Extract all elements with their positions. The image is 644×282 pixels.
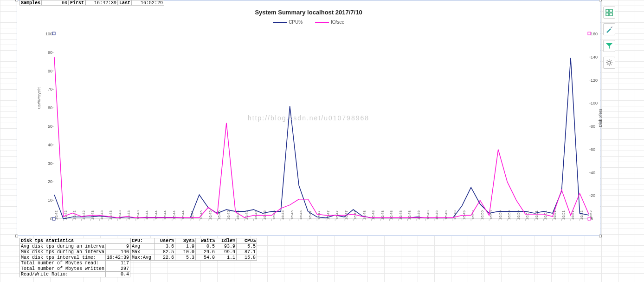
funnel-icon [605, 42, 613, 50]
disk-stats-header: Disk tps statistics [20, 238, 130, 244]
disk-stat-value: 0.4 [106, 272, 130, 277]
disk-stat-label: Max disk tps during an interva [20, 249, 106, 255]
chart-settings-button[interactable] [603, 57, 615, 69]
table-row: Max:Avg22.65.354.01.115.8 [131, 255, 257, 261]
selection-handle-icon[interactable] [599, 235, 602, 237]
y-tick-right: 100 [591, 101, 605, 105]
legend-cpu: CPU% [273, 20, 303, 25]
disk-stat-value: 9 [106, 244, 130, 249]
cpu-cell: 99.9 [216, 249, 237, 255]
y-tick-right: 120 [591, 78, 605, 83]
cpu-cell: 93.9 [216, 244, 237, 249]
svg-point-89 [608, 61, 611, 64]
table-row: Avg disk tps during an interva9 [20, 244, 130, 249]
svg-rect-83 [52, 217, 55, 220]
y-tick-left: 70 [39, 87, 52, 92]
col-user: User% [155, 238, 175, 244]
y-tick-left: 50 [39, 124, 52, 129]
cpu-cell: 10.0 [175, 249, 196, 255]
y-tick-left: 60 [39, 105, 52, 110]
disk-stats-table: Disk tps statistics Avg disk tps during … [19, 238, 130, 277]
last-label: Last [118, 0, 132, 6]
plot-area: 0102030405060708090100 02040608010012014… [54, 34, 589, 219]
table-row: Max disk tps during an interva140 [20, 249, 130, 255]
svg-rect-82 [588, 32, 591, 35]
disk-stat-label: Total number of Mbytes written [20, 266, 106, 272]
col-sys: Sys% [175, 238, 196, 244]
y-tick-left: 20 [39, 179, 52, 184]
cpu-cell: 1.9 [175, 244, 196, 249]
svg-rect-81 [52, 32, 55, 35]
y-tick-left: 10 [39, 198, 52, 203]
table-row: Total number of Mbytes written297 [20, 266, 130, 272]
chart-legend: CPU% IO/sec [17, 16, 600, 25]
y-tick-left: 90 [39, 50, 52, 55]
svg-line-95 [611, 65, 612, 66]
svg-rect-88 [610, 13, 612, 16]
first-time: 16:42:39 [85, 0, 118, 6]
chart-tools [603, 7, 616, 73]
top-meta-row: Samples60First16:42:39Last16:52:29 [19, 0, 164, 6]
y-ticks-right: 020406080100120140160 [591, 34, 605, 219]
cpu-cell: 5.5 [237, 244, 257, 249]
y-tick-right: 40 [591, 171, 605, 175]
svg-rect-87 [606, 13, 609, 16]
legend-io-label: IO/sec [331, 20, 344, 25]
table-row: Max disk tps interval time:16:42:39 [20, 255, 130, 261]
svg-line-96 [607, 65, 608, 66]
cpu-cell: 0.5 [196, 244, 216, 249]
disk-stat-label: Avg disk tps during an interva [20, 244, 106, 249]
cpu-stats-table: CPU: User% Sys% Wait% Idle% CPU% Avg3.61… [130, 238, 257, 261]
cpu-cell: 82.5 [155, 249, 175, 255]
y-tick-left: 30 [39, 161, 52, 166]
cpu-cell: 54.0 [196, 255, 216, 261]
y-tick-left: 0 [39, 216, 52, 221]
disk-stat-label: Max disk tps interval time: [20, 255, 106, 261]
disk-stat-label: Total number of Mbytes read: [20, 261, 106, 266]
selection-handle-icon[interactable] [15, 0, 18, 1]
svg-rect-84 [588, 217, 591, 220]
samples-label: Samples [19, 0, 42, 6]
y-tick-right: 20 [591, 193, 605, 198]
cpu-cell: 3.6 [155, 244, 175, 249]
chart-elements-icon [605, 9, 613, 16]
chart-styles-button[interactable] [603, 23, 615, 35]
brush-icon [605, 26, 613, 33]
cpu-row-label: Avg [131, 244, 155, 249]
disk-stat-value: 297 [106, 266, 130, 272]
chart-container[interactable]: System Summary localhost 2017/7/10 CPU% … [17, 0, 600, 236]
disk-stat-value: 117 [106, 261, 130, 266]
chart-elements-button[interactable] [603, 7, 615, 19]
svg-rect-85 [606, 9, 609, 12]
last-time: 16:52:29 [132, 0, 164, 6]
legend-swatch-icon [273, 22, 287, 23]
y-tick-left: 80 [39, 69, 52, 73]
selection-handle-icon[interactable] [599, 0, 602, 1]
svg-line-94 [607, 60, 608, 61]
y-tick-right: 60 [591, 147, 605, 152]
svg-line-97 [611, 60, 612, 61]
plot-svg [54, 34, 589, 219]
y-tick-left: 100 [39, 32, 52, 36]
cpu-cell: 22.6 [155, 255, 175, 261]
y-ticks-left: 0102030405060708090100 [39, 34, 52, 219]
cpu-cell: 15.8 [237, 255, 257, 261]
legend-io: IO/sec [315, 20, 344, 25]
gear-icon [605, 59, 613, 66]
svg-rect-86 [610, 9, 612, 12]
disk-stat-label: Read/Write Ratio: [20, 272, 106, 277]
table-row: Read/Write Ratio:0.4 [20, 272, 130, 277]
disk-stat-value: 140 [106, 249, 130, 255]
y-tick-right: 80 [591, 124, 605, 129]
y-tick-right: 140 [591, 55, 605, 59]
cpu-cell: 1.1 [216, 255, 237, 261]
first-label: First [69, 0, 85, 6]
col-idle: Idle% [216, 238, 237, 244]
table-row: Avg3.61.90.593.95.5 [131, 244, 257, 249]
legend-swatch-icon [315, 22, 329, 23]
chart-filters-button[interactable] [603, 40, 615, 52]
samples-value: 60 [42, 0, 69, 6]
selection-handle-icon[interactable] [15, 235, 18, 237]
y-tick-right: 160 [591, 32, 605, 36]
table-row: Total number of Mbytes read:117 [20, 261, 130, 266]
